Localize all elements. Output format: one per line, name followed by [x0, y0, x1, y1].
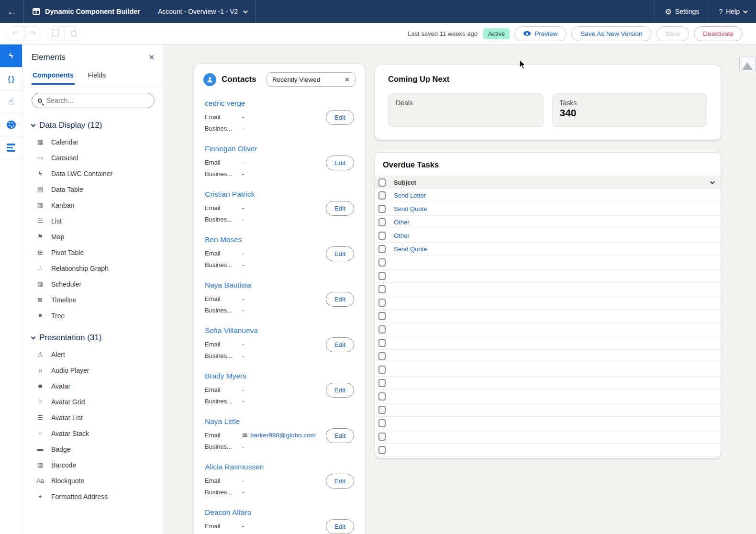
row-checkbox[interactable] — [378, 258, 386, 267]
component-item[interactable]: ▤Data Table — [22, 181, 164, 197]
edit-button[interactable]: Edit — [326, 246, 354, 261]
contact-name-link[interactable]: cedric verge — [205, 99, 354, 108]
search-input[interactable] — [46, 97, 148, 104]
undo-button[interactable]: ↶ — [6, 27, 24, 40]
row-checkbox[interactable] — [378, 312, 386, 320]
empty-task-row[interactable] — [375, 310, 721, 323]
list-view-selector[interactable]: Recently Viewed ✕ — [267, 72, 356, 87]
empty-task-row[interactable] — [375, 256, 721, 269]
row-checkbox[interactable] — [378, 272, 386, 280]
row-checkbox[interactable] — [378, 379, 386, 387]
rail-interactions-button[interactable]: ☝ — [0, 90, 22, 113]
component-item[interactable]: ⚠Alert — [22, 346, 164, 362]
component-item[interactable]: ▭Carousel — [22, 150, 164, 166]
rail-expressions-button[interactable]: { } — [0, 67, 22, 90]
rail-styles-button[interactable] — [0, 113, 22, 136]
section-header[interactable]: Data Display (12) — [22, 111, 164, 134]
empty-task-row[interactable] — [375, 363, 721, 377]
task-row[interactable]: Send Letter — [375, 189, 721, 202]
component-item[interactable]: ⊞Pivot Table — [22, 245, 164, 260]
empty-task-row[interactable] — [375, 444, 721, 457]
task-subject-link[interactable]: Send Quote — [394, 205, 427, 212]
empty-task-row[interactable] — [375, 269, 721, 283]
row-checkbox[interactable] — [378, 352, 386, 360]
contact-name-link[interactable]: Sofia Villanueva — [205, 326, 354, 335]
contact-name-link[interactable]: Alicia Rasmussen — [205, 463, 354, 471]
component-item[interactable]: ⚑Map — [22, 229, 164, 245]
component-tab-selector[interactable]: Account - Overview -1 - V2 — [149, 0, 256, 23]
rail-structure-button[interactable] — [0, 136, 22, 159]
component-item[interactable]: ≡Tree — [22, 308, 164, 323]
component-item[interactable]: ▥Kanban — [22, 197, 164, 213]
edit-button[interactable]: Edit — [326, 292, 354, 307]
component-item[interactable]: ☻Avatar — [22, 378, 164, 394]
empty-task-row[interactable] — [375, 336, 721, 350]
row-checkbox[interactable] — [378, 433, 386, 441]
edit-button[interactable]: Edit — [326, 337, 354, 352]
component-item[interactable]: ϟData LWC Container — [22, 166, 164, 181]
deactivate-button[interactable]: Deactivate — [694, 26, 743, 41]
empty-task-row[interactable] — [375, 350, 721, 363]
contact-name-link[interactable]: Deacon Alfaro — [205, 508, 354, 517]
component-item[interactable]: ⌖Formatted Address — [22, 489, 164, 504]
chevron-down-icon[interactable] — [710, 179, 715, 184]
edit-button[interactable]: Edit — [326, 519, 354, 534]
preview-button[interactable]: Preview — [514, 26, 567, 41]
section-header[interactable]: Presentation (31) — [22, 323, 164, 346]
empty-task-row[interactable] — [375, 390, 721, 403]
component-item[interactable]: ∴Relationship Graph — [22, 260, 164, 276]
empty-task-row[interactable] — [375, 283, 721, 296]
row-checkbox[interactable] — [378, 232, 386, 240]
row-checkbox[interactable] — [378, 392, 386, 400]
row-checkbox[interactable] — [378, 218, 386, 226]
empty-task-row[interactable] — [375, 323, 721, 336]
rail-components-button[interactable]: ϟ — [0, 44, 22, 67]
row-checkbox[interactable] — [378, 191, 386, 200]
edit-button[interactable]: Edit — [326, 383, 354, 398]
close-icon[interactable]: ✕ — [148, 53, 155, 62]
edit-button[interactable]: Edit — [326, 156, 354, 170]
builder-canvas[interactable]: Contacts Recently Viewed ✕ cedric vergeE… — [164, 44, 756, 534]
contact-email-link[interactable]: ✉barker998@globo.com — [242, 432, 316, 439]
contact-name-link[interactable]: Brady Myers — [205, 372, 354, 380]
component-item[interactable]: ≣Timeline — [22, 292, 164, 308]
contact-name-link[interactable]: Cristian Patrick — [205, 190, 354, 199]
row-checkbox[interactable] — [378, 446, 386, 454]
task-row[interactable]: Other — [375, 229, 721, 243]
component-item[interactable]: ♫Audio Player — [22, 362, 164, 378]
component-item[interactable]: ▦Calendar — [22, 134, 164, 150]
edit-button[interactable]: Edit — [326, 428, 354, 443]
tab-fields[interactable]: Fields — [87, 68, 107, 85]
contact-name-link[interactable]: Naya Little — [205, 417, 354, 426]
overdue-tasks-component[interactable]: Overdue Tasks Subject Send LetterSend Qu… — [375, 152, 721, 458]
settings-button[interactable]: ⚙ Settings — [655, 0, 709, 23]
row-checkbox[interactable] — [378, 406, 386, 414]
component-item[interactable]: ☰Avatar List — [22, 410, 164, 425]
component-item[interactable]: AaBlockquote — [22, 473, 164, 489]
row-checkbox[interactable] — [378, 299, 386, 307]
edit-button[interactable]: Edit — [326, 474, 354, 489]
contacts-component[interactable]: Contacts Recently Viewed ✕ cedric vergeE… — [194, 64, 365, 534]
task-row[interactable]: Send Quote — [375, 202, 721, 216]
tasks-metric-box[interactable]: Tasks 340 — [552, 93, 708, 127]
row-checkbox[interactable] — [378, 325, 386, 334]
edit-button[interactable]: Edit — [326, 201, 354, 216]
empty-task-row[interactable] — [375, 377, 721, 390]
save-as-new-version-button[interactable]: Save As New Version — [571, 26, 651, 41]
select-all-checkbox[interactable] — [378, 178, 386, 187]
copy-button[interactable] — [47, 27, 65, 40]
task-row[interactable]: Other — [375, 216, 721, 229]
deals-metric-box[interactable]: Deals — [388, 93, 544, 127]
task-subject-link[interactable]: Send Quote — [394, 245, 427, 253]
row-checkbox[interactable] — [378, 205, 386, 213]
row-checkbox[interactable] — [378, 339, 386, 347]
redo-button[interactable]: ↷ — [24, 27, 42, 40]
help-menu[interactable]: ? Help — [709, 0, 756, 23]
component-item[interactable]: ▦Scheduler — [22, 276, 164, 292]
tab-components[interactable]: Components — [32, 68, 75, 85]
row-checkbox[interactable] — [378, 366, 386, 374]
task-row[interactable]: Send Quote — [375, 243, 721, 256]
component-search[interactable] — [32, 93, 155, 108]
task-subject-link[interactable]: Other — [394, 232, 410, 239]
component-item[interactable]: ▬Badge — [22, 441, 164, 457]
